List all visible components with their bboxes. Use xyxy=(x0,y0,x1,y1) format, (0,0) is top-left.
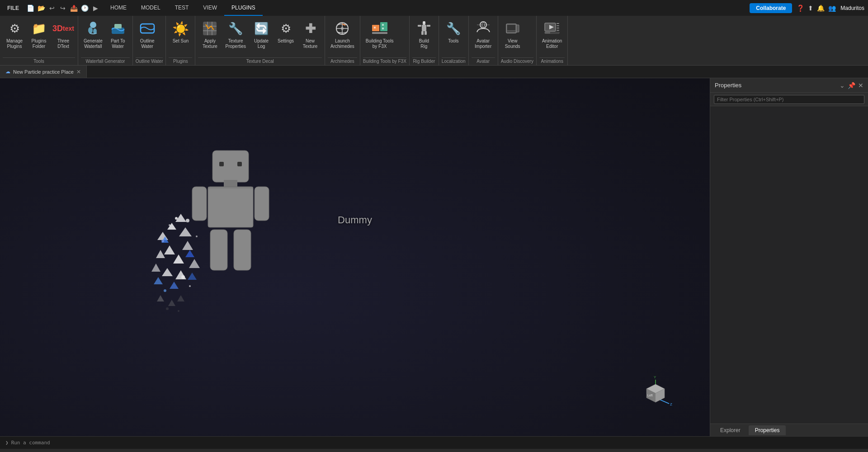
svg-rect-25 xyxy=(427,25,430,27)
open-file-icon[interactable]: 📂 xyxy=(37,4,45,12)
redo-icon[interactable]: ↪ xyxy=(59,4,67,12)
play-icon[interactable]: ▶ xyxy=(91,4,99,12)
filter-input[interactable] xyxy=(714,95,864,104)
svg-marker-57 xyxy=(179,227,192,236)
doc-tab-close[interactable]: ✕ xyxy=(76,69,81,75)
settings-icon: ⚙ xyxy=(277,19,295,38)
viewport[interactable]: Dummy xyxy=(0,78,710,436)
svg-rect-4 xyxy=(114,24,122,28)
svg-marker-61 xyxy=(156,250,165,258)
build-rig-icon xyxy=(415,19,433,38)
new-texture-label: NewTexture xyxy=(303,38,318,49)
svg-point-73 xyxy=(186,219,189,222)
new-texture-button[interactable]: ✚ NewTexture xyxy=(298,18,322,53)
generate-waterfall-button[interactable]: GenerateWaterfall xyxy=(81,18,105,53)
collaborate-button[interactable]: Collaborate xyxy=(750,3,792,13)
animation-editor-button[interactable]: AnimationEditor xyxy=(539,18,565,53)
plugins-folder-button[interactable]: 📁 PluginsFolder xyxy=(27,18,51,53)
properties-title: Properties xyxy=(715,82,836,89)
new-file-icon[interactable]: 📄 xyxy=(26,4,34,12)
doc-tab-particle-place[interactable]: ☁ New Particle practice Place ✕ xyxy=(0,66,87,78)
ribbon-items-tools: ⚙ ManagePlugins 📁 PluginsFolder 3Dtext T… xyxy=(3,18,75,56)
share-icon[interactable]: 👥 xyxy=(828,5,836,12)
part-to-water-button[interactable]: Part ToWater xyxy=(106,18,130,53)
nav-tab-home[interactable]: HOME xyxy=(103,0,134,16)
animation-editor-icon xyxy=(543,19,561,38)
svg-marker-69 xyxy=(170,282,179,289)
title-icons: 📄 📂 ↩ ↪ 📤 🕐 ▶ xyxy=(26,4,99,12)
view-sounds-button[interactable]: ViewSounds xyxy=(501,18,524,53)
svg-point-75 xyxy=(196,235,198,237)
settings-button[interactable]: ⚙ Settings xyxy=(274,18,297,53)
archimedes-group-label: Archimedes xyxy=(328,57,357,65)
tab-properties[interactable]: Properties xyxy=(749,425,786,435)
undo-icon[interactable]: ↩ xyxy=(48,4,56,12)
tools-localization-button[interactable]: 🔧 Tools xyxy=(442,18,465,53)
outline-water-button[interactable]: OutlineWater xyxy=(136,18,159,53)
svg-rect-44 xyxy=(212,151,249,182)
question-icon[interactable]: ❓ xyxy=(797,5,804,12)
part-to-water-label: Part ToWater xyxy=(111,38,125,49)
svg-point-77 xyxy=(164,289,166,292)
svg-marker-80 xyxy=(168,300,175,306)
file-menu[interactable]: FILE xyxy=(4,3,23,13)
svg-marker-65 xyxy=(151,264,160,272)
svg-point-78 xyxy=(189,285,191,287)
properties-pin-icon[interactable]: 📌 xyxy=(848,82,855,89)
svg-marker-59 xyxy=(173,254,184,264)
status-command-hint: Run a command xyxy=(11,440,50,446)
manage-plugins-button[interactable]: ⚙ ManagePlugins xyxy=(3,18,26,53)
ribbon-group-tools: ⚙ ManagePlugins 📁 PluginsFolder 3Dtext T… xyxy=(0,16,78,65)
ribbon-group-texture-decal: ApplyTexture 🔧 TextureProperties 🔄 Updat… xyxy=(195,16,325,65)
apply-texture-button[interactable]: ApplyTexture xyxy=(198,18,222,53)
publish-icon[interactable]: 📤 xyxy=(70,4,78,12)
animations-group-label: Animations xyxy=(539,57,565,65)
three-dtext-icon: 3Dtext xyxy=(54,19,72,38)
properties-close-icon[interactable]: ✕ xyxy=(858,82,863,89)
update-log-icon: 🔄 xyxy=(252,19,270,38)
avatar-importer-label: AvatarImporter xyxy=(475,38,491,49)
svg-rect-33 xyxy=(507,25,515,30)
svg-rect-26 xyxy=(421,31,424,35)
svg-point-14 xyxy=(341,27,344,30)
plugins-folder-icon: 📁 xyxy=(30,19,48,38)
nav-tab-test[interactable]: TEST xyxy=(168,0,196,16)
nav-cube[interactable]: Y Z Left xyxy=(637,373,674,409)
ribbon-items-audio-discovery: ViewSounds xyxy=(501,18,533,56)
svg-marker-54 xyxy=(167,223,176,230)
ribbon-group-archimedes: LaunchArchimedes Archimedes xyxy=(325,16,360,65)
svg-point-76 xyxy=(181,275,185,279)
set-sun-button[interactable]: ☀️ Set Sun xyxy=(169,18,192,53)
update-log-button[interactable]: 🔄 UpdateLog xyxy=(250,18,273,53)
building-tools-button[interactable]: Building Toolsby F3X xyxy=(363,18,396,53)
animation-editor-label: AnimationEditor xyxy=(542,38,562,49)
plugins-folder-label: PluginsFolder xyxy=(32,38,47,49)
svg-rect-45 xyxy=(224,180,237,187)
properties-chevron-icon[interactable]: ⌄ xyxy=(840,82,845,89)
doc-tab-icon: ☁ xyxy=(5,69,10,75)
nav-tab-plugins[interactable]: PLUGINS xyxy=(224,0,263,16)
history-icon[interactable]: 🕐 xyxy=(80,4,89,12)
ribbon-items-waterfall: GenerateWaterfall Part ToWater xyxy=(81,18,130,56)
svg-text:Z: Z xyxy=(670,402,672,406)
ribbon-group-waterfall: GenerateWaterfall Part ToWater Waterfall… xyxy=(78,16,133,65)
avatar-group-label: Avatar xyxy=(472,57,495,65)
texture-properties-button[interactable]: 🔧 TextureProperties xyxy=(222,18,249,53)
build-rig-button[interactable]: BuildRig xyxy=(412,18,436,53)
three-dtext-button[interactable]: 3Dtext ThreeDText xyxy=(52,18,75,53)
tab-explorer[interactable]: Explorer xyxy=(714,425,747,435)
new-texture-icon: ✚ xyxy=(301,19,319,38)
title-right: Collaborate ❓ ⬆ 🔔 👥 Maduritos xyxy=(750,3,864,13)
launch-archimedes-icon xyxy=(333,19,351,38)
bell-icon[interactable]: 🔔 xyxy=(817,5,825,12)
nav-tab-model[interactable]: MODEL xyxy=(134,0,168,16)
nav-tab-view[interactable]: VIEW xyxy=(196,0,224,16)
expand-icon[interactable]: ⬆ xyxy=(808,5,813,12)
svg-point-82 xyxy=(166,307,169,310)
view-sounds-icon xyxy=(504,19,522,38)
avatar-importer-button[interactable]: AvatarImporter xyxy=(472,18,495,53)
set-sun-icon: ☀️ xyxy=(171,19,189,38)
main-area: Dummy xyxy=(0,78,868,436)
launch-archimedes-button[interactable]: LaunchArchimedes xyxy=(328,18,357,53)
generate-waterfall-label: GenerateWaterfall xyxy=(84,38,103,49)
